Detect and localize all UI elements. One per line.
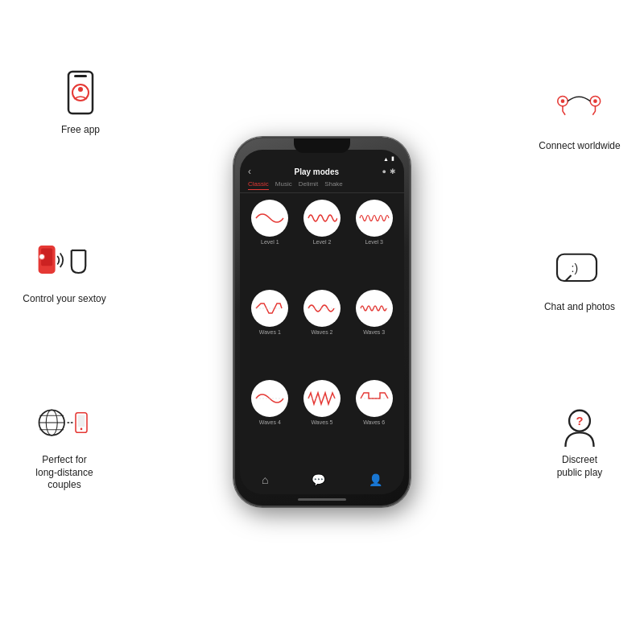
mode-label-waves6: Waves 6 [363,419,385,425]
free-app-icon-area [48,64,113,121]
tab-shake[interactable]: Shake [324,180,343,190]
mode-label-waves2: Waves 2 [312,329,333,335]
mode-label-level3: Level 3 [365,239,383,245]
bluetooth-icon[interactable]: ✱ [390,167,396,175]
free-app-icon [52,68,109,117]
control-label: Control your sextoy [23,293,105,306]
svg-text:?: ? [576,415,583,427]
chat-label: Chat and photos [544,301,615,314]
mode-waves4[interactable]: Waves 4 [246,380,294,465]
feature-free-app: Free app [32,64,129,137]
mode-level1[interactable]: Level 1 [246,200,294,285]
mode-label-level2: Level 2 [313,239,332,245]
feature-long-distance: Perfect for long-distance couples [16,394,113,492]
svg-point-12 [39,254,45,259]
mode-waves2[interactable]: Waves 2 [299,290,346,375]
home-bar [298,498,346,501]
chat-nav-icon[interactable]: 💬 [312,473,325,486]
battery-icon: ▮ [391,155,394,162]
svg-point-26 [593,99,597,103]
mode-waves3[interactable]: Waves 3 [350,290,398,375]
long-dist-label: Perfect for long-distance couples [35,454,93,492]
svg-rect-21 [78,415,85,427]
connect-label: Connect worldwide [539,140,620,153]
mode-label-waves5: Waves 5 [312,419,333,425]
feature-control: Control your sextoy [16,233,113,306]
wifi-icon: ▲ [383,156,389,162]
discreet-icon-area: ? [547,394,612,451]
tab-music[interactable]: Music [275,180,292,190]
mode-label-waves3: Waves 3 [363,329,385,335]
svg-rect-7 [74,75,87,77]
chat-icon-area: :) [547,242,612,298]
feature-connect: Connect worldwide [531,80,628,153]
svg-text::): :) [572,262,579,275]
mode-waves5[interactable]: Waves 5 [299,380,346,465]
phone-notch [294,138,350,153]
home-icon[interactable]: ⌂ [262,473,268,486]
phone-screen: ▲ ▮ ‹ Play modes ● ✱ Classic Music Delim… [240,150,404,494]
svg-point-24 [561,99,565,103]
control-icon [36,237,93,286]
svg-point-22 [80,428,83,431]
connect-icon [551,85,608,133]
tab-classic[interactable]: Classic [248,180,269,190]
feature-discreet: ? Discreet public play [531,394,628,479]
tabs: Classic Music Delimit Shake [240,180,404,193]
mode-waves1[interactable]: Waves 1 [246,290,294,375]
phone-body: ▲ ▮ ‹ Play modes ● ✱ Classic Music Delim… [233,137,411,507]
svg-point-9 [78,87,83,92]
bottom-nav: ⌂ 💬 👤 [240,469,404,494]
mode-label-level1: Level 1 [261,239,279,245]
discreet-label: Discreet public play [557,454,603,479]
user-icon: ● [382,167,386,175]
mode-waves6[interactable]: Waves 6 [350,380,398,465]
status-icons: ▲ ▮ [383,155,394,162]
chat-icon: :) [551,246,608,294]
phone: ▲ ▮ ‹ Play modes ● ✱ Classic Music Delim… [233,137,411,507]
modes-grid: Level 1 Level 2 [240,193,404,469]
app-title: Play modes [294,167,339,176]
control-icon-area [32,233,97,290]
long-dist-icon [36,398,93,447]
header-icons: ● ✱ [382,167,396,175]
app-header: ‹ Play modes ● ✱ [240,164,404,180]
mode-level2[interactable]: Level 2 [299,200,346,285]
mode-level3[interactable]: Level 3 [350,200,398,285]
feature-chat: :) Chat and photos [531,242,628,314]
connect-icon-area [547,80,612,137]
back-icon[interactable]: ‹ [248,166,251,177]
discreet-icon: ? [551,398,608,447]
mode-label-waves4: Waves 4 [259,419,281,425]
profile-nav-icon[interactable]: 👤 [369,473,382,486]
mode-label-waves1: Waves 1 [259,329,281,335]
long-dist-icon-area [32,394,97,451]
tab-delimit[interactable]: Delimit [299,180,318,190]
free-app-label: Free app [61,124,100,137]
